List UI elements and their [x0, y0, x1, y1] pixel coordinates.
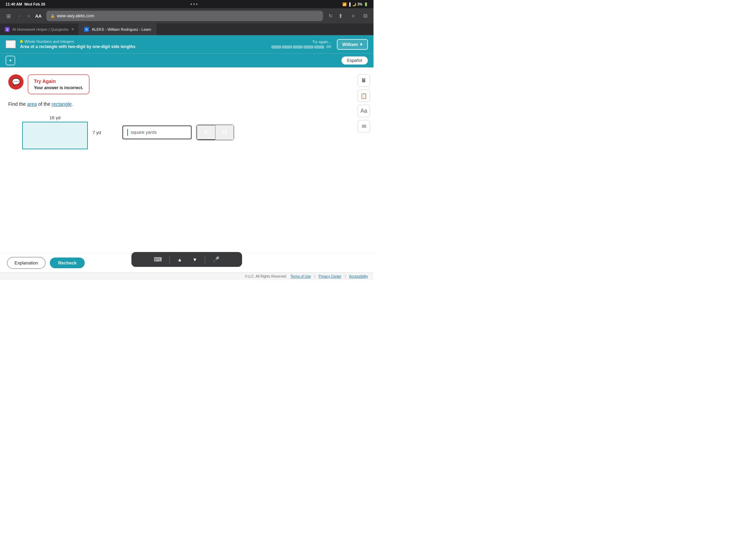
font-icon: Aa: [360, 108, 367, 114]
font-size-button[interactable]: Aa: [358, 105, 370, 117]
accessibility-link[interactable]: Accessibility: [349, 274, 368, 278]
keyboard-separator2: [205, 256, 205, 263]
footer-area: Explanation Recheck ⌨ ▲ ▼ 🎤 ll LLC. All …: [0, 253, 374, 280]
keyboard-toolbar: ⌨ ▲ ▼ 🎤: [131, 252, 242, 267]
terms-link[interactable]: Terms of Use: [290, 274, 311, 278]
user-menu-button[interactable]: William ▾: [337, 39, 368, 50]
segment3: [293, 46, 303, 48]
right-tools: 🖩 📋 Aa ✉: [358, 74, 370, 132]
legal-sep1: |: [314, 274, 315, 278]
recheck-label: Recheck: [58, 260, 76, 265]
aleks-tab-label: ALEKS - William Rodriguez - Learn: [92, 27, 151, 31]
mail-icon: ✉: [362, 123, 366, 130]
status-bar: 11:40 AM Wed Feb 26 📶 ▐ 🌙 3% 🔋: [0, 0, 374, 8]
mail-button[interactable]: ✉: [358, 120, 370, 132]
progress-count: 0/5: [326, 45, 331, 49]
redo-icon: ↺: [222, 129, 227, 136]
forward-button[interactable]: ›: [26, 12, 31, 20]
new-tab-button[interactable]: ＋: [348, 12, 358, 20]
collapse-dropdown-button[interactable]: ▾: [6, 56, 15, 65]
dot1: [191, 3, 192, 5]
explanation-label: Explanation: [15, 260, 38, 265]
period: .: [72, 101, 73, 107]
keyboard-toggle-button[interactable]: ⌨: [151, 255, 165, 264]
chat-icon: 💬: [12, 78, 20, 86]
hamburger-line3: [8, 46, 14, 46]
lock-icon: 🔒: [50, 14, 55, 18]
browser-chrome: ⊞ ‹ › AA 🔒 www-awy.aleks.com ↻ ⬆ ＋ ⧉: [0, 8, 374, 24]
reload-button[interactable]: ↻: [329, 13, 333, 19]
header-topic: Whole Numbers and Integers Area of a rec…: [20, 39, 267, 49]
main-footer: Explanation Recheck ⌨ ▲ ▼ 🎤: [0, 253, 374, 272]
of-the-text: of the: [38, 101, 52, 107]
chevron-down-icon: ▾: [360, 42, 362, 47]
status-bar-center: [191, 3, 197, 5]
date: Wed Feb 26: [24, 2, 45, 6]
explanation-button[interactable]: Explanation: [7, 257, 46, 269]
try-again-icon: 💬: [8, 74, 24, 90]
aa-label[interactable]: AA: [35, 13, 42, 19]
problem-text: Find the area of the rectangle.: [8, 101, 365, 107]
segment5: [314, 46, 324, 48]
answer-area: square yards × ↺: [122, 124, 234, 141]
legal-bar: ll LLC. All Rights Reserved. Terms of Us…: [0, 272, 374, 280]
segment2: [282, 46, 292, 48]
recheck-button[interactable]: Recheck: [50, 258, 85, 268]
url-text: www-awy.aleks.com: [57, 13, 94, 18]
privacy-link[interactable]: Privacy Center: [319, 274, 341, 278]
height-label: 7 yd: [92, 130, 101, 135]
segment1: [271, 46, 281, 48]
calculator-icon: 🖩: [361, 77, 367, 84]
rectangle-diagram: 16 yd 7 yd: [22, 115, 88, 149]
espanol-label: Español: [347, 58, 362, 63]
header-category: Whole Numbers and Integers: [20, 39, 267, 44]
share-button[interactable]: ⬆: [336, 12, 345, 20]
try-again-box: Try Again Your answer is incorrect.: [28, 74, 90, 94]
x-icon: ×: [204, 129, 208, 136]
scroll-up-button[interactable]: ▲: [175, 255, 185, 264]
diagram-area: 16 yd 7 yd square yards × ↺: [8, 115, 365, 149]
aleks-favicon: A: [84, 27, 89, 32]
rectangle-shape: [22, 122, 88, 149]
answer-input-wrapper[interactable]: square yards: [122, 125, 192, 139]
action-buttons: × ↺: [196, 124, 234, 141]
rectangle-link[interactable]: rectangle: [52, 101, 72, 107]
main-content: 💬 Try Again Your answer is incorrect. Fi…: [0, 67, 374, 206]
dot2: [193, 3, 195, 5]
sidebar-toggle-button[interactable]: ⊞: [4, 12, 13, 20]
try-again-title: Try Again: [34, 78, 83, 84]
quizgecko-tab-label: AI Homework Helper | Quizgecko: [12, 27, 68, 31]
signal-icon: ▐: [348, 2, 350, 6]
reference-button[interactable]: 📋: [358, 90, 370, 102]
address-bar[interactable]: 🔒 www-awy.aleks.com: [46, 11, 323, 21]
user-name: William: [342, 42, 358, 47]
try-again-popup: 💬 Try Again Your answer is incorrect.: [8, 74, 365, 94]
clear-button[interactable]: ×: [196, 125, 215, 140]
microphone-button[interactable]: 🎤: [210, 255, 222, 264]
try-again-header-label: Try again...: [271, 40, 331, 44]
legal-sep2: |: [345, 274, 346, 278]
wifi-icon: 📶: [342, 2, 347, 6]
progress-bar: 0/5: [271, 45, 331, 49]
area-link[interactable]: area: [27, 101, 37, 107]
tab-quizgecko[interactable]: Q AI Homework Helper | Quizgecko ✕: [0, 24, 79, 35]
sub-header: ▾ Español: [0, 53, 374, 67]
copyright-text: ll LLC. All Rights Reserved.: [245, 274, 287, 278]
calculator-button[interactable]: 🖩: [358, 74, 370, 87]
try-again-message: Your answer is incorrect.: [34, 85, 83, 90]
header-right: Try again... 0/5 William ▾: [271, 39, 368, 50]
back-button[interactable]: ‹: [16, 12, 22, 20]
hamburger-line2: [8, 44, 14, 45]
yellow-dot-icon: [20, 40, 23, 43]
redo-button[interactable]: ↺: [215, 125, 234, 140]
segment4: [304, 46, 313, 48]
topic-title: Area of a rectangle with two-digit by on…: [20, 44, 267, 49]
tab-aleks[interactable]: A ALEKS - William Rodriguez - Learn: [79, 24, 156, 35]
quizgecko-tab-close[interactable]: ✕: [71, 27, 74, 31]
espanol-button[interactable]: Español: [341, 56, 368, 65]
tabs-overview-button[interactable]: ⧉: [361, 12, 369, 20]
hamburger-menu-button[interactable]: [6, 40, 16, 48]
time: 11:40 AM: [6, 2, 22, 6]
scroll-down-button[interactable]: ▼: [190, 255, 200, 264]
moon-icon: 🌙: [352, 2, 356, 6]
